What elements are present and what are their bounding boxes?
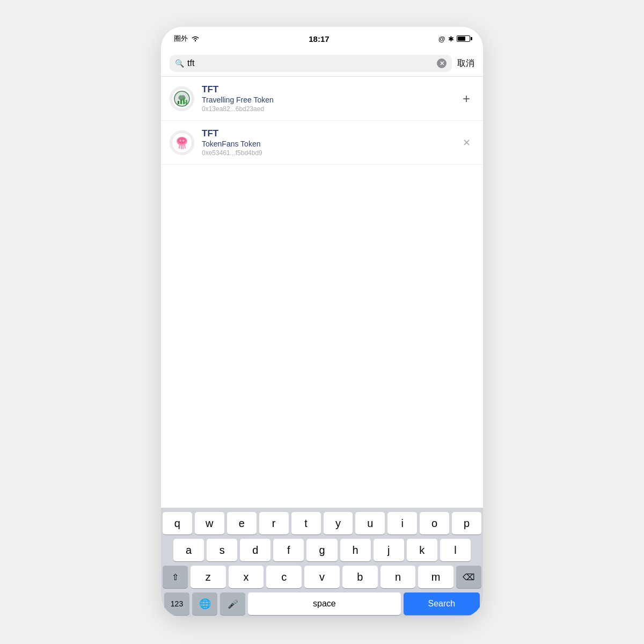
svg-line-14	[185, 145, 185, 148]
at-icon: @	[438, 35, 445, 43]
clear-button[interactable]: ✕	[437, 58, 447, 68]
key-i[interactable]: i	[387, 512, 417, 535]
search-input-wrapper[interactable]: 🔍 tft ✕	[170, 55, 452, 72]
key-g[interactable]: g	[306, 539, 337, 561]
key-d[interactable]: d	[240, 539, 270, 561]
key-a[interactable]: a	[173, 539, 204, 561]
search-icon: 🔍	[175, 59, 184, 68]
svg-rect-6	[183, 98, 185, 104]
token-logo-2	[170, 130, 194, 155]
token-name-1: Travelling Free Token	[202, 96, 451, 104]
key-w[interactable]: w	[195, 512, 224, 535]
token-symbol-2: TFT	[202, 128, 451, 139]
status-right: @ ✱	[438, 35, 470, 43]
bluetooth-icon: ✱	[448, 35, 454, 43]
key-s[interactable]: s	[207, 539, 237, 561]
token-item-1[interactable]: TFT Travelling Free Token 0x13ea82...6bd…	[161, 77, 483, 121]
battery-icon	[457, 35, 470, 42]
key-x[interactable]: x	[229, 566, 264, 588]
token-address-2: 0xe53461...f5bd4bd9	[202, 149, 451, 157]
num-key[interactable]: 123	[164, 592, 189, 615]
phone-frame: 圈外 18:17 @ ✱ 🔍 tft ✕ 取消	[161, 27, 483, 617]
key-y[interactable]: y	[324, 512, 353, 535]
svg-point-10	[178, 137, 186, 144]
space-key[interactable]: space	[248, 592, 401, 615]
backspace-key[interactable]: ⌫	[456, 566, 481, 588]
token-address-1: 0x13ea82...6bd23aed	[202, 105, 451, 113]
svg-point-18	[183, 140, 184, 141]
key-l[interactable]: l	[440, 539, 471, 561]
key-t[interactable]: t	[291, 512, 321, 535]
token-symbol-1: TFT	[202, 84, 451, 95]
key-n[interactable]: n	[380, 566, 416, 588]
search-bar-container: 🔍 tft ✕ 取消	[161, 50, 483, 77]
key-k[interactable]: k	[407, 539, 437, 561]
svg-rect-5	[180, 99, 182, 104]
mic-key[interactable]: 🎤	[220, 592, 245, 615]
token-name-2: TokenFans Token	[202, 140, 451, 148]
svg-line-11	[179, 145, 180, 148]
shift-icon: ⇧	[172, 572, 179, 582]
token-logo-1	[170, 86, 194, 111]
shift-key[interactable]: ⇧	[163, 566, 188, 588]
svg-point-17	[180, 140, 180, 141]
svg-rect-7	[186, 100, 187, 104]
kb-bottom-row: 123 🌐 🎤 space Search	[163, 592, 481, 615]
token-info-2: TFT TokenFans Token 0xe53461...f5bd4bd9	[202, 128, 451, 157]
cancel-button[interactable]: 取消	[457, 58, 474, 69]
key-o[interactable]: o	[420, 512, 449, 535]
globe-key[interactable]: 🌐	[192, 592, 217, 615]
key-u[interactable]: u	[355, 512, 385, 535]
token-item-2[interactable]: TFT TokenFans Token 0xe53461...f5bd4bd9 …	[161, 121, 483, 165]
key-b[interactable]: b	[342, 566, 378, 588]
key-m[interactable]: m	[418, 566, 453, 588]
token-info-1: TFT Travelling Free Token 0x13ea82...6bd…	[202, 84, 451, 113]
key-e[interactable]: e	[227, 512, 257, 535]
key-f[interactable]: f	[273, 539, 304, 561]
key-z[interactable]: z	[191, 566, 226, 588]
key-v[interactable]: v	[304, 566, 340, 588]
carrier-text: 圈外	[174, 34, 188, 43]
key-j[interactable]: j	[374, 539, 404, 561]
svg-point-0	[195, 40, 196, 41]
kb-row-2: a s d f g h j k l	[163, 539, 481, 561]
key-q[interactable]: q	[163, 512, 192, 535]
key-c[interactable]: c	[266, 566, 302, 588]
svg-rect-4	[178, 101, 179, 104]
status-bar: 圈外 18:17 @ ✱	[161, 27, 483, 50]
kb-row-3: ⇧ z x c v b n m ⌫	[163, 566, 481, 588]
search-input[interactable]: tft	[187, 58, 434, 68]
token-remove-button-2[interactable]: ✕	[458, 135, 474, 151]
token-add-button-1[interactable]: +	[458, 91, 474, 107]
key-h[interactable]: h	[340, 539, 371, 561]
wifi-icon	[191, 35, 200, 42]
keyboard: q w e r t y u i o p a s d f g h j k l ⇧	[161, 508, 483, 617]
search-key[interactable]: Search	[404, 592, 480, 615]
status-left: 圈外	[174, 34, 200, 43]
status-time: 18:17	[309, 34, 329, 43]
token-list: TFT Travelling Free Token 0x13ea82...6bd…	[161, 77, 483, 508]
kb-row-1: q w e r t y u i o p	[163, 512, 481, 535]
key-r[interactable]: r	[259, 512, 289, 535]
key-p[interactable]: p	[452, 512, 481, 535]
